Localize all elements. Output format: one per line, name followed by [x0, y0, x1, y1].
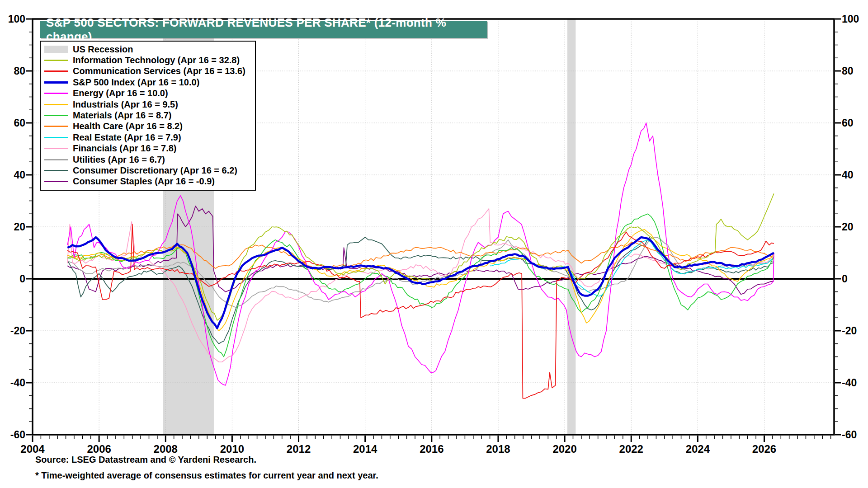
legend-item-healthcare: Health Care (Apr 16 = 8.2): [44, 121, 251, 132]
y-axis-label-left: 80: [14, 65, 25, 77]
legend-label: Energy (Apr 16 = 10.0): [73, 88, 168, 99]
x-axis-label: 2016: [420, 443, 443, 455]
legend-line-swatch: [44, 81, 68, 84]
y-axis-label-right: 60: [842, 117, 854, 129]
legend-label: Real Estate (Apr 16 = 7.9): [73, 132, 181, 143]
legend-label: US Recession: [73, 44, 133, 55]
legend-item-industrials: Industrials (Apr 16 = 9.5): [44, 99, 251, 110]
y-axis-label-left: -20: [10, 325, 25, 337]
x-axis-label: 2020: [552, 443, 576, 455]
y-axis-label-left: -40: [10, 377, 25, 389]
x-axis-label: 2004: [20, 443, 45, 455]
y-axis-label-right: -20: [842, 325, 857, 337]
y-axis-label-left: 60: [14, 117, 25, 129]
legend-line-swatch: [44, 104, 68, 105]
legend-line-swatch: [44, 159, 68, 160]
chart-title-banner: S&P 500 SECTORS: FORWARD REVENUES PER SH…: [40, 21, 487, 38]
y-axis-label-left: 0: [19, 273, 25, 285]
legend-label: Consumer Discretionary (Apr 16 = 6.2): [73, 165, 237, 176]
x-axis-label: 2022: [619, 443, 643, 455]
legend-item-realestate: Real Estate (Apr 16 = 7.9): [44, 132, 251, 143]
legend-line-swatch: [44, 148, 68, 149]
legend-line-swatch: [44, 70, 68, 72]
source-text: Source: LSEG Datastream and © Yardeni Re…: [35, 455, 256, 465]
y-axis-label-right: 40: [842, 169, 854, 181]
legend-label: Materials (Apr 16 = 8.7): [73, 110, 171, 121]
legend-line-swatch: [44, 60, 68, 61]
legend-label: Information Technology (Apr 16 = 32.8): [73, 55, 240, 66]
legend-label: Consumer Staples (Apr 16 = -0.9): [73, 176, 215, 187]
forward-revenues-chart-page: 100100808060604040202000-20-20-40-40-60-…: [0, 0, 868, 488]
x-axis-label: 2014: [353, 443, 377, 455]
x-axis-label: 2012: [287, 443, 311, 455]
y-axis-label-left: 100: [8, 13, 25, 25]
chart-title: S&P 500 SECTORS: FORWARD REVENUES PER SH…: [46, 16, 487, 44]
legend-label: Communication Services (Apr 16 = 13.6): [73, 66, 245, 76]
legend-label: S&P 500 Index (Apr 16 = 10.0): [73, 77, 199, 88]
y-axis-label-right: 20: [842, 221, 854, 233]
y-axis-label-right: 0: [842, 273, 848, 285]
x-axis-label: 2024: [686, 443, 710, 455]
legend-item-staples: Consumer Staples (Apr 16 = -0.9): [44, 176, 251, 187]
chart-legend: US RecessionInformation Technology (Apr …: [40, 41, 256, 191]
legend-item-recession: US Recession: [44, 44, 251, 55]
legend-item-comm: Communication Services (Apr 16 = 13.6): [44, 66, 251, 77]
legend-item-sp500: S&P 500 Index (Apr 16 = 10.0): [44, 77, 251, 88]
x-axis-label: 2026: [752, 443, 776, 455]
legend-label: Utilities (Apr 16 = 6.7): [73, 155, 165, 165]
legend-item-energy: Energy (Apr 16 = 10.0): [44, 88, 251, 99]
y-axis-label-right: -40: [842, 377, 857, 389]
legend-item-infotech: Information Technology (Apr 16 = 32.8): [44, 55, 251, 66]
x-axis-label: 2008: [154, 443, 178, 455]
x-axis-label: 2018: [486, 443, 510, 455]
y-axis-label-right: 80: [842, 65, 854, 77]
legend-line-swatch: [44, 126, 68, 127]
x-axis-label: 2006: [87, 443, 111, 455]
legend-line-swatch: [44, 170, 68, 171]
legend-item-financials: Financials (Apr 16 = 7.8): [44, 143, 251, 154]
legend-item-utilities: Utilities (Apr 16 = 6.7): [44, 154, 251, 165]
footnote-text: * Time-weighted average of consensus est…: [35, 470, 378, 481]
legend-label: Industrials (Apr 16 = 9.5): [73, 99, 178, 110]
y-axis-label-left: 20: [14, 221, 25, 233]
y-axis-label-left: -60: [10, 429, 25, 441]
recession-band-swatch: [44, 46, 68, 53]
legend-line-swatch: [44, 181, 68, 182]
legend-line-swatch: [44, 93, 68, 94]
y-axis-label-left: 40: [14, 169, 25, 181]
legend-line-swatch: [44, 115, 68, 116]
y-axis-label-right: -60: [842, 429, 857, 441]
x-axis-label: 2010: [220, 443, 244, 455]
legend-label: Health Care (Apr 16 = 8.2): [73, 121, 183, 131]
y-axis-label-right: 100: [842, 13, 859, 25]
legend-line-swatch: [44, 137, 68, 138]
legend-item-materials: Materials (Apr 16 = 8.7): [44, 110, 251, 121]
legend-item-consdisc: Consumer Discretionary (Apr 16 = 6.2): [44, 165, 251, 176]
legend-label: Financials (Apr 16 = 7.8): [73, 143, 177, 154]
